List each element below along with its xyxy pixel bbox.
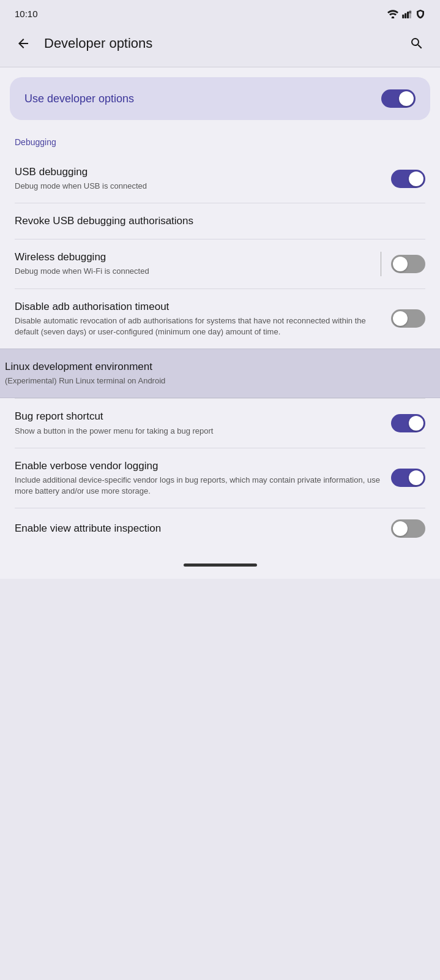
verbose-logging-toggle[interactable]: [391, 469, 425, 487]
setting-item-disable-adb[interactable]: Disable adb authorisation timeout Disabl…: [10, 289, 430, 349]
back-icon: [16, 36, 31, 51]
usb-debugging-toggle[interactable]: [391, 170, 425, 188]
revoke-usb-title: Revoke USB debugging authorisations: [15, 214, 416, 228]
setting-text-bug-report: Bug report shortcut Show a button in the…: [15, 410, 391, 436]
setting-text-linux-dev: Linux development environment (Experimen…: [5, 360, 435, 386]
nav-indicator: [184, 564, 257, 567]
highlighted-wrapper: Linux development environment (Experimen…: [0, 349, 440, 398]
setting-item-verbose-logging[interactable]: Enable verbose vendor logging Include ad…: [10, 448, 430, 508]
setting-text-view-inspection: Enable view attribute inspection: [15, 522, 391, 535]
signal-icon: R: [402, 10, 412, 18]
toggle-thumb: [409, 416, 423, 431]
wifi-icon: [387, 10, 398, 18]
app-bar: Developer options: [0, 25, 440, 67]
disable-adb-subtitle: Disable automatic revocation of adb auth…: [15, 315, 381, 337]
dev-options-toggle[interactable]: [381, 89, 416, 108]
setting-text-verbose-logging: Enable verbose vendor logging Include ad…: [15, 459, 391, 497]
setting-item-revoke-usb[interactable]: Revoke USB debugging authorisations: [10, 203, 430, 239]
bug-report-toggle[interactable]: [391, 414, 425, 432]
setting-item-bug-report[interactable]: Bug report shortcut Show a button in the…: [10, 399, 430, 447]
setting-text-revoke-usb: Revoke USB debugging authorisations: [15, 214, 425, 228]
dev-options-label: Use developer options: [24, 92, 134, 105]
page-title: Developer options: [44, 36, 396, 51]
bug-report-subtitle: Show a button in the power menu for taki…: [15, 426, 381, 437]
svg-rect-1: [402, 14, 404, 18]
verbose-logging-title: Enable verbose vendor logging: [15, 459, 381, 473]
svg-text:R: R: [409, 10, 412, 14]
setting-item-wireless-debugging[interactable]: Wireless debugging Debug mode when Wi-Fi…: [10, 239, 430, 288]
view-inspection-toggle[interactable]: [391, 519, 425, 538]
status-time: 10:10: [15, 9, 38, 19]
setting-item-usb-debugging[interactable]: USB debugging Debug mode when USB is con…: [10, 154, 430, 203]
toggle-thumb: [393, 257, 408, 271]
section-header-debugging: Debugging: [10, 135, 430, 154]
content-area: Use developer options Debugging USB debu…: [0, 67, 440, 549]
back-button[interactable]: [10, 30, 37, 57]
linux-dev-subtitle: (Experimental) Run Linux terminal on And…: [5, 375, 425, 386]
vertical-divider: [381, 252, 381, 276]
bottom-nav-bar: [0, 549, 440, 579]
setting-text-wireless-debugging: Wireless debugging Debug mode when Wi-Fi…: [15, 251, 381, 277]
wireless-debugging-toggle[interactable]: [391, 255, 425, 273]
view-inspection-title: Enable view attribute inspection: [15, 522, 381, 535]
usb-debugging-title: USB debugging: [15, 165, 381, 179]
setting-item-linux-dev[interactable]: Linux development environment (Experimen…: [0, 349, 440, 398]
setting-item-view-inspection[interactable]: Enable view attribute inspection: [10, 508, 430, 549]
status-icons: R: [387, 9, 425, 19]
toggle-thumb: [409, 172, 423, 186]
usb-debugging-subtitle: Debug mode when USB is connected: [15, 181, 381, 192]
security-icon: [416, 9, 425, 19]
svg-point-0: [392, 16, 395, 18]
setting-text-disable-adb: Disable adb authorisation timeout Disabl…: [15, 300, 391, 337]
verbose-logging-subtitle: Include additional device-specific vendo…: [15, 475, 381, 497]
search-icon: [409, 36, 424, 51]
bug-report-title: Bug report shortcut: [15, 410, 381, 423]
search-button[interactable]: [403, 30, 430, 57]
svg-rect-2: [405, 13, 406, 18]
status-bar: 10:10 R: [0, 0, 440, 25]
toggle-thumb: [393, 521, 408, 536]
setting-text-usb-debugging: USB debugging Debug mode when USB is con…: [15, 165, 391, 192]
wireless-debugging-subtitle: Debug mode when Wi-Fi is connected: [15, 266, 371, 277]
disable-adb-toggle[interactable]: [391, 309, 425, 328]
toggle-thumb: [399, 91, 414, 106]
wireless-debugging-title: Wireless debugging: [15, 251, 371, 264]
dev-options-card[interactable]: Use developer options: [10, 77, 430, 120]
disable-adb-title: Disable adb authorisation timeout: [15, 300, 381, 314]
linux-dev-title: Linux development environment: [5, 360, 425, 374]
